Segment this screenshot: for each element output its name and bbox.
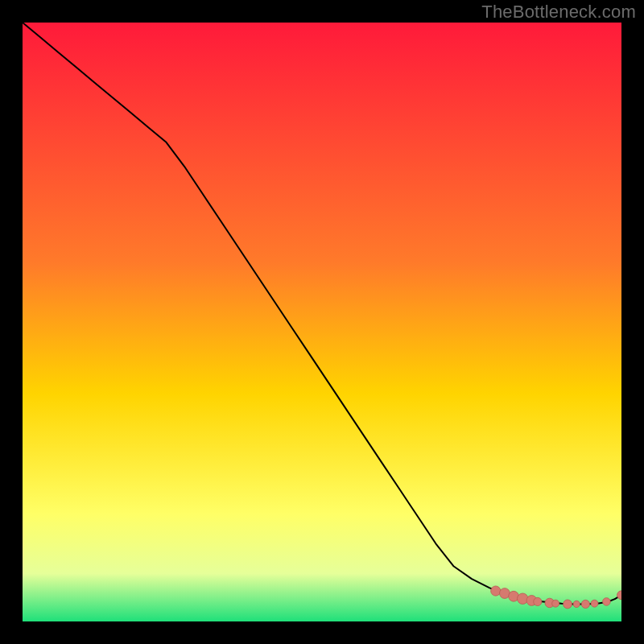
marker-dot — [534, 597, 542, 605]
marker-dot — [603, 598, 611, 606]
gradient-background — [23, 23, 621, 621]
marker-dot — [518, 593, 528, 604]
marker-dot — [573, 601, 580, 607]
marker-dot — [491, 586, 501, 596]
chart-svg — [23, 23, 621, 621]
watermark-label: TheBottleneck.com — [481, 2, 636, 23]
plot-area — [23, 23, 621, 621]
marker-dot — [564, 600, 572, 609]
marker-dot — [552, 600, 559, 607]
chart-frame: TheBottleneck.com — [0, 0, 644, 644]
marker-dot — [591, 600, 598, 607]
marker-dot — [581, 600, 589, 608]
